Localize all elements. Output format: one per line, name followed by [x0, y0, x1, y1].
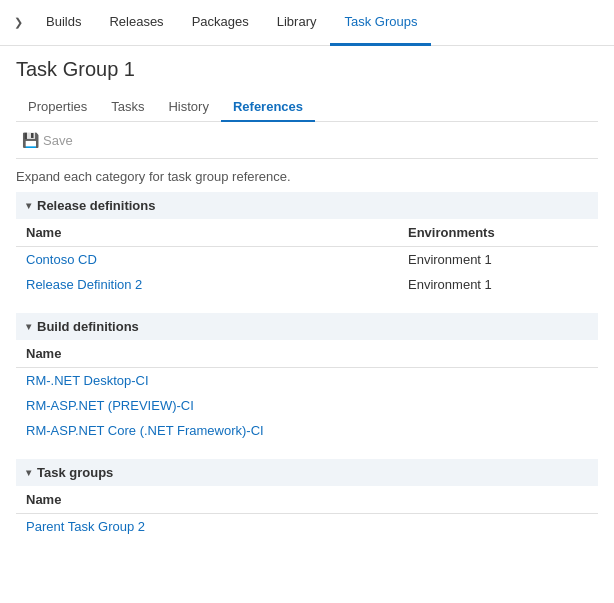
- row-link[interactable]: RM-.NET Desktop-CI: [26, 373, 149, 388]
- section-title: Release definitions: [37, 198, 155, 213]
- main-content: Task Group 1 PropertiesTasksHistoryRefer…: [0, 46, 614, 567]
- row-environment: Environment 1: [398, 247, 598, 273]
- section-header-release-definitions[interactable]: ▾Release definitions: [16, 192, 598, 219]
- row-name: RM-ASP.NET (PREVIEW)-CI: [16, 393, 598, 418]
- nav-item-builds[interactable]: Builds: [32, 0, 95, 46]
- table-row: RM-ASP.NET Core (.NET Framework)-CI: [16, 418, 598, 443]
- section-header-task-groups[interactable]: ▾Task groups: [16, 459, 598, 486]
- sub-tabs: PropertiesTasksHistoryReferences: [16, 93, 598, 122]
- section-title: Task groups: [37, 465, 113, 480]
- sections-container: ▾Release definitionsNameEnvironmentsCont…: [16, 192, 598, 539]
- row-link[interactable]: Parent Task Group 2: [26, 519, 145, 534]
- row-environment: Environment 1: [398, 272, 598, 297]
- chevron-icon: ▾: [26, 467, 31, 478]
- sub-tab-properties[interactable]: Properties: [16, 93, 99, 122]
- sub-tab-history[interactable]: History: [156, 93, 220, 122]
- page-title: Task Group 1: [16, 58, 598, 81]
- table-row: RM-ASP.NET (PREVIEW)-CI: [16, 393, 598, 418]
- row-name: Parent Task Group 2: [16, 514, 598, 540]
- col-header-name: Name: [16, 340, 598, 368]
- table-row: Parent Task Group 2: [16, 514, 598, 540]
- section-build-definitions: ▾Build definitionsNameRM-.NET Desktop-CI…: [16, 313, 598, 443]
- nav-item-task-groups[interactable]: Task Groups: [330, 0, 431, 46]
- section-table-build-definitions: NameRM-.NET Desktop-CIRM-ASP.NET (PREVIE…: [16, 340, 598, 443]
- section-table-task-groups: NameParent Task Group 2: [16, 486, 598, 539]
- top-nav: ❯ BuildsReleasesPackagesLibraryTask Grou…: [0, 0, 614, 46]
- save-button[interactable]: 💾 Save: [16, 130, 79, 150]
- section-table-release-definitions: NameEnvironmentsContoso CDEnvironment 1R…: [16, 219, 598, 297]
- col-header-name: Name: [16, 219, 398, 247]
- table-row: Release Definition 2Environment 1: [16, 272, 598, 297]
- row-name: RM-ASP.NET Core (.NET Framework)-CI: [16, 418, 598, 443]
- nav-item-packages[interactable]: Packages: [178, 0, 263, 46]
- section-header-build-definitions[interactable]: ▾Build definitions: [16, 313, 598, 340]
- toggle-icon: ❯: [14, 16, 23, 29]
- table-row: RM-.NET Desktop-CI: [16, 368, 598, 394]
- chevron-icon: ▾: [26, 321, 31, 332]
- save-icon: 💾: [22, 132, 39, 148]
- chevron-icon: ▾: [26, 200, 31, 211]
- col-header-name: Name: [16, 486, 598, 514]
- sub-tab-references[interactable]: References: [221, 93, 315, 122]
- row-name: Contoso CD: [16, 247, 398, 273]
- sub-tab-tasks[interactable]: Tasks: [99, 93, 156, 122]
- save-label: Save: [43, 133, 73, 148]
- row-link[interactable]: RM-ASP.NET (PREVIEW)-CI: [26, 398, 194, 413]
- row-link[interactable]: Contoso CD: [26, 252, 97, 267]
- nav-item-releases[interactable]: Releases: [95, 0, 177, 46]
- row-link[interactable]: Release Definition 2: [26, 277, 142, 292]
- section-task-groups: ▾Task groupsNameParent Task Group 2: [16, 459, 598, 539]
- section-release-definitions: ▾Release definitionsNameEnvironmentsCont…: [16, 192, 598, 297]
- table-row: Contoso CDEnvironment 1: [16, 247, 598, 273]
- row-name: RM-.NET Desktop-CI: [16, 368, 598, 394]
- nav-item-library[interactable]: Library: [263, 0, 331, 46]
- sidebar-toggle[interactable]: ❯: [8, 0, 28, 46]
- row-name: Release Definition 2: [16, 272, 398, 297]
- row-link[interactable]: RM-ASP.NET Core (.NET Framework)-CI: [26, 423, 264, 438]
- toolbar: 💾 Save: [16, 122, 598, 159]
- info-text: Expand each category for task group refe…: [16, 159, 598, 192]
- section-title: Build definitions: [37, 319, 139, 334]
- col-header-environments: Environments: [398, 219, 598, 247]
